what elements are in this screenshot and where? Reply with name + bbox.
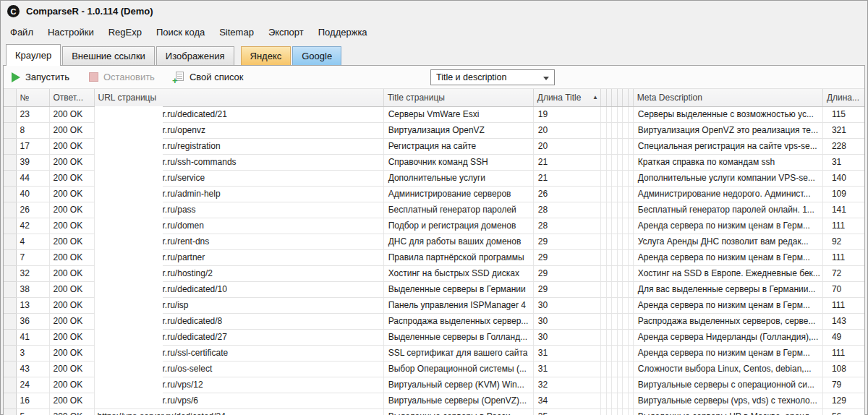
cell-meta-description[interactable]: Аренда сервера по низким ценам в Герм...: [633, 218, 822, 234]
cell-status[interactable]: 200 OK: [49, 345, 94, 361]
tab-crawler[interactable]: Краулер: [6, 44, 61, 66]
column-header-description-length[interactable]: Длина...: [822, 89, 864, 106]
cell-status[interactable]: 200 OK: [49, 234, 94, 249]
cell-title-length[interactable]: 28: [533, 202, 600, 218]
cell-status[interactable]: 200 OK: [49, 361, 94, 377]
cell-title-length[interactable]: 34: [533, 393, 600, 408]
cell-number[interactable]: 44: [16, 170, 49, 186]
cell-meta-description[interactable]: Выделенные серверы HP в Москве, аренд...: [633, 408, 822, 415]
cell-title[interactable]: Распродажа выделенных сервер...: [383, 313, 533, 329]
cell-status[interactable]: 200 OK: [49, 186, 94, 202]
cell-number[interactable]: 13: [16, 297, 49, 313]
cell-number[interactable]: 24: [16, 377, 49, 393]
cell-title-length[interactable]: 20: [533, 122, 600, 138]
cell-description-length[interactable]: 109: [822, 186, 864, 202]
cell-description-length[interactable]: 70: [822, 281, 864, 297]
menu-item-file[interactable]: Файл: [3, 23, 41, 41]
cell-description-length[interactable]: 228: [822, 138, 864, 154]
cell-number[interactable]: 26: [16, 202, 49, 218]
row-header-cell[interactable]: [4, 138, 16, 154]
cell-meta-description[interactable]: Виртуальные серверы (vps, vds) с техноло…: [633, 393, 822, 408]
cell-description-length[interactable]: 31: [822, 154, 864, 170]
cell-description-length[interactable]: 111: [822, 345, 864, 361]
cell-number[interactable]: 7: [16, 249, 49, 265]
column-header-url[interactable]: URL страницы: [94, 89, 383, 106]
cell-number[interactable]: 23: [16, 106, 49, 122]
row-header-cell[interactable]: [4, 393, 16, 408]
menu-item-code-search[interactable]: Поиск кода: [149, 23, 212, 41]
cell-number[interactable]: 32: [16, 265, 49, 281]
collapsed-column-header[interactable]: [622, 89, 628, 106]
cell-title-length[interactable]: 29: [533, 234, 600, 249]
cell-description-length[interactable]: 140: [822, 170, 864, 186]
cell-title[interactable]: Виртуализация OpenVZ: [383, 122, 533, 138]
filter-dropdown[interactable]: Title и description: [430, 69, 555, 85]
cell-description-length[interactable]: 129: [822, 393, 864, 408]
custom-list-button[interactable]: + Свой список: [174, 72, 244, 82]
menu-item-export[interactable]: Экспорт: [261, 23, 311, 41]
collapsed-column-header[interactable]: [606, 89, 611, 106]
cell-meta-description[interactable]: Краткая справка по командам ssh: [633, 154, 822, 170]
cell-number[interactable]: 36: [16, 313, 49, 329]
cell-title[interactable]: Виртуальные серверы (OpenVZ)...: [383, 393, 533, 408]
cell-title-length[interactable]: 31: [533, 361, 600, 377]
row-header-cell[interactable]: [4, 122, 16, 138]
cell-title-length[interactable]: 20: [533, 138, 600, 154]
cell-title-length[interactable]: 32: [533, 377, 600, 393]
cell-number[interactable]: 40: [16, 186, 49, 202]
cell-status[interactable]: 200 OK: [49, 218, 94, 234]
cell-title[interactable]: Хостинг на быстрых SSD дисках: [383, 265, 533, 281]
cell-number[interactable]: 38: [16, 281, 49, 297]
cell-title-length[interactable]: 21: [533, 154, 600, 170]
row-header-cell[interactable]: [4, 249, 16, 265]
collapsed-column-header[interactable]: [628, 89, 633, 106]
cell-status[interactable]: 200 OK: [49, 154, 94, 170]
menu-item-settings[interactable]: Настройки: [41, 23, 101, 41]
cell-description-length[interactable]: 115: [822, 106, 864, 122]
row-header-cell[interactable]: [4, 313, 16, 329]
cell-meta-description[interactable]: Бесплатный генератор паролей онлайн. 1..…: [633, 202, 822, 218]
row-header-cell[interactable]: [4, 202, 16, 218]
cell-title[interactable]: SSL сертификат для вашего сайта: [383, 345, 533, 361]
menu-item-sitemap[interactable]: Sitemap: [212, 23, 261, 41]
cell-title-length[interactable]: 28: [533, 218, 600, 234]
cell-description-length[interactable]: 49: [822, 329, 864, 345]
cell-meta-description[interactable]: Виртуальные серверы с операционной си...: [633, 377, 822, 393]
cell-status[interactable]: 200 OK: [49, 329, 94, 345]
cell-status[interactable]: 200 OK: [49, 297, 94, 313]
cell-title-length[interactable]: 31: [533, 345, 600, 361]
row-header-cell[interactable]: [4, 170, 16, 186]
cell-title[interactable]: Выделенные серверы в Германии: [383, 281, 533, 297]
cell-status[interactable]: 200 OK: [49, 408, 94, 415]
cell-status[interactable]: 200 OK: [49, 170, 94, 186]
cell-description-length[interactable]: 111: [822, 218, 864, 234]
cell-title-length[interactable]: 29: [533, 249, 600, 265]
row-header-cell[interactable]: [4, 154, 16, 170]
collapsed-column-header[interactable]: [617, 89, 622, 106]
cell-description-length[interactable]: 141: [822, 202, 864, 218]
cell-status[interactable]: 200 OK: [49, 202, 94, 218]
cell-title-length[interactable]: 30: [533, 313, 600, 329]
menu-item-regexp[interactable]: RegExp: [101, 23, 149, 41]
tab-images[interactable]: Изображения: [156, 46, 234, 65]
cell-title-length[interactable]: 29: [533, 281, 600, 297]
cell-status[interactable]: 200 OK: [49, 122, 94, 138]
cell-description-length[interactable]: 111: [822, 297, 864, 313]
cell-number[interactable]: 42: [16, 218, 49, 234]
cell-meta-description[interactable]: Аренда сервера по низким ценам в Герм...: [633, 249, 822, 265]
cell-status[interactable]: 200 OK: [49, 265, 94, 281]
cell-title[interactable]: Регистрация на сайте: [383, 138, 533, 154]
cell-description-length[interactable]: 72: [822, 265, 864, 281]
tab-external-links[interactable]: Внешние ссылки: [62, 46, 155, 65]
cell-number[interactable]: 41: [16, 329, 49, 345]
cell-number[interactable]: 17: [16, 138, 49, 154]
cell-meta-description[interactable]: Дополнительные услуги компании VPS-se...: [633, 170, 822, 186]
stop-button[interactable]: Остановить: [89, 72, 155, 82]
collapsed-column-header[interactable]: [611, 89, 617, 106]
cell-description-length[interactable]: 111: [822, 249, 864, 265]
cell-status[interactable]: 200 OK: [49, 313, 94, 329]
cell-title-length[interactable]: 19: [533, 106, 600, 122]
cell-number[interactable]: 39: [16, 154, 49, 170]
row-header-cell[interactable]: [4, 361, 16, 377]
cell-description-length[interactable]: 92: [822, 234, 864, 249]
